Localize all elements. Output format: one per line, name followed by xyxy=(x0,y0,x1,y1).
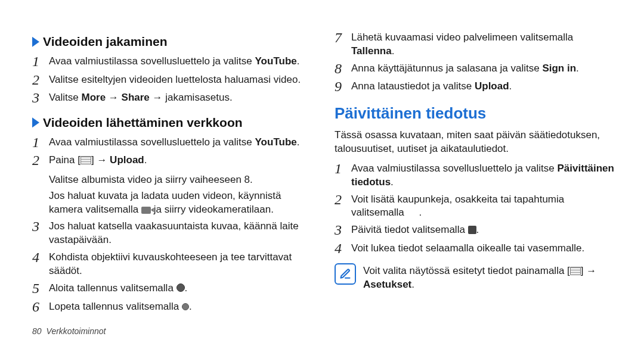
steps-daily: 1 Avaa valmiustilassa sovellusluettelo j… xyxy=(335,161,615,259)
step-number: 1 xyxy=(32,135,49,150)
steps-upload-cont2: 7 Lähetä kuvaamasi video palvelimeen val… xyxy=(335,30,615,97)
menu-icon xyxy=(80,156,91,164)
step-number: 3 xyxy=(335,222,351,238)
step-number: 8 xyxy=(335,61,351,76)
note-icon xyxy=(335,263,356,285)
step-text: Lähetä kuvaamasi video palvelimeen valit… xyxy=(351,30,615,58)
subheading-text: Videoiden lähettäminen verkkoon xyxy=(43,114,243,131)
step-text: Voit lukea tiedot selaamalla oikealle ta… xyxy=(351,241,615,255)
step-number: 4 xyxy=(32,250,49,265)
note-text: Voit valita näytössä esitetyt tiedot pai… xyxy=(363,263,615,292)
step-text: Avaa valmiustilassa sovellusluettelo ja … xyxy=(49,135,313,149)
step-text: Lopeta tallennus valitsemalla . xyxy=(49,299,313,314)
step: 2 Paina [] → Upload. xyxy=(32,152,313,168)
step: 4 Kohdista objektiivi kuvauskohteeseen j… xyxy=(32,250,313,278)
footer: 80 Verkkotoiminnot xyxy=(32,326,106,337)
steps-upload: 1 Avaa valmiustilassa sovellusluettelo j… xyxy=(32,135,313,171)
record-icon xyxy=(177,283,185,292)
subheading-upload-videos: Videoiden lähettäminen verkkoon xyxy=(32,114,313,131)
step: 9 Anna lataustiedot ja valitse Upload. xyxy=(335,79,615,94)
step-subtext: Jos haluat kuvata ja ladata uuden videon… xyxy=(49,189,313,217)
step-number: 2 xyxy=(32,72,49,88)
step-text: Voit lisätä kaupunkeja, osakkeita tai ta… xyxy=(351,192,615,220)
note: Voit valita näytössä esitetyt tiedot pai… xyxy=(335,263,615,292)
chevron-right-icon xyxy=(32,37,39,47)
step: 1 Avaa valmiustilassa sovellusluettelo j… xyxy=(32,54,313,69)
step-number: 5 xyxy=(32,281,49,296)
step: 5 Aloita tallennus valitsemalla . xyxy=(32,281,313,296)
steps-share: 1 Avaa valmiustilassa sovellusluettelo j… xyxy=(32,54,313,108)
page: Videoiden jakaminen 1 Avaa valmiustilass… xyxy=(0,0,644,349)
step-text: Anna lataustiedot ja valitse Upload. xyxy=(351,79,615,94)
stop-icon xyxy=(182,303,189,310)
step: 3 Jos haluat katsella vaakasuuntaista ku… xyxy=(32,219,313,247)
step-number: 2 xyxy=(335,192,351,207)
menu-icon xyxy=(570,267,581,275)
step-number: 4 xyxy=(335,241,351,256)
step-number: 9 xyxy=(335,79,351,94)
subheading-text: Videoiden jakaminen xyxy=(43,33,168,50)
step: 2 Valitse esiteltyjen videoiden luettelo… xyxy=(32,72,313,88)
step-text: Anna käyttäjätunnus ja salasana ja valit… xyxy=(351,61,615,76)
step: 6 Lopeta tallennus valitsemalla . xyxy=(32,299,313,314)
step: 2 Voit lisätä kaupunkeja, osakkeita tai … xyxy=(335,192,615,220)
step: 3 Päivitä tiedot valitsemalla . xyxy=(335,222,615,238)
step-text: Avaa valmiustilassa sovellusluettelo ja … xyxy=(351,161,615,189)
intro-text: Tässä osassa kuvataan, miten saat päivän… xyxy=(335,129,615,156)
step-text: Avaa valmiustilassa sovellusluettelo ja … xyxy=(49,54,313,68)
camera-icon xyxy=(141,207,151,214)
step-text: Aloita tallennus valitsemalla . xyxy=(49,281,313,295)
placeholder-icon xyxy=(407,208,419,217)
step-number: 6 xyxy=(32,299,49,314)
step-number: 3 xyxy=(32,219,49,234)
chapter-name: Verkkotoiminnot xyxy=(47,326,106,337)
step-text: Päivitä tiedot valitsemalla . xyxy=(351,222,615,237)
left-column: Videoiden jakaminen 1 Avaa valmiustilass… xyxy=(32,30,313,331)
section-heading: Päivittäinen tiedotus xyxy=(335,103,615,124)
step: 3 Valitse More → Share → jakamisasetus. xyxy=(32,90,313,105)
step-number: 1 xyxy=(335,161,351,176)
right-column: 7 Lähetä kuvaamasi video palvelimeen val… xyxy=(335,30,615,331)
step-text: Jos haluat katsella vaakasuuntaista kuva… xyxy=(49,219,313,247)
step-text: Valitse More → Share → jakamisasetus. xyxy=(49,90,313,105)
step: 1 Avaa valmiustilassa sovellusluettelo j… xyxy=(32,135,313,150)
step: 8 Anna käyttäjätunnus ja salasana ja val… xyxy=(335,61,615,76)
step: 4 Voit lukea tiedot selaamalla oikealle … xyxy=(335,241,615,256)
step: 7 Lähetä kuvaamasi video palvelimeen val… xyxy=(335,30,615,58)
chevron-right-icon xyxy=(32,117,39,127)
step-text: Valitse esiteltyjen videoiden luettelost… xyxy=(49,72,313,87)
step-number: 1 xyxy=(32,54,49,69)
step-text: Kohdista objektiivi kuvauskohteeseen ja … xyxy=(49,250,313,278)
step-number: 3 xyxy=(32,90,49,105)
step-subtext: Valitse albumista video ja siirry vaihee… xyxy=(49,173,313,187)
refresh-icon xyxy=(468,226,476,234)
step-number: 2 xyxy=(32,152,49,168)
steps-upload-cont: 3 Jos haluat katsella vaakasuuntaista ku… xyxy=(32,219,313,317)
step: 1 Avaa valmiustilassa sovellusluettelo j… xyxy=(335,161,615,189)
subheading-share-videos: Videoiden jakaminen xyxy=(32,33,313,50)
step-number: 7 xyxy=(335,30,351,45)
step-text: Paina [] → Upload. xyxy=(49,152,313,167)
page-number: 80 xyxy=(32,326,42,337)
